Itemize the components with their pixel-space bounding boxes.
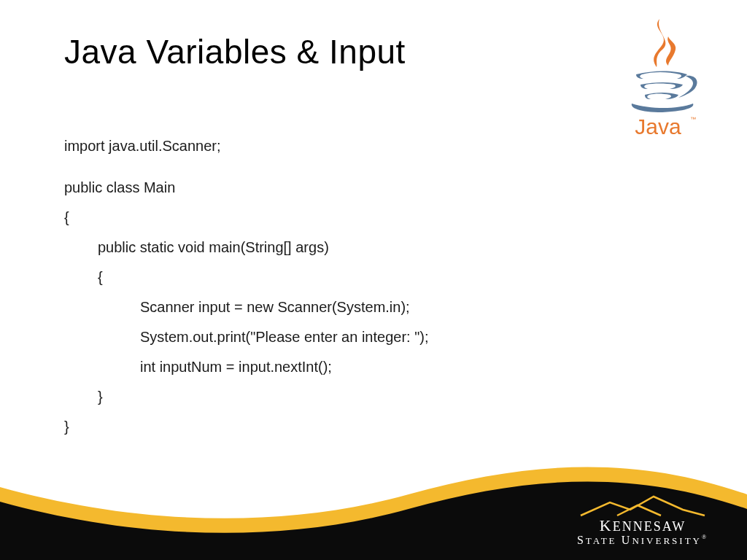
code-line: {: [64, 209, 429, 227]
code-block: import java.util.Scanner; public class M…: [64, 137, 429, 448]
code-line: public static void main(String[] args): [64, 238, 429, 257]
java-wordmark: Java: [635, 114, 681, 139]
ksu-line1: KENNESAW: [573, 518, 712, 534]
ksu-line2: STATE UNIVERSITY®: [573, 534, 712, 547]
slide-title: Java Variables & Input: [64, 32, 406, 71]
code-line: System.out.print("Please enter an intege…: [64, 328, 429, 346]
slide: Java Variables & Input Java ™ import jav…: [0, 0, 747, 560]
code-line: public class Main: [64, 179, 429, 197]
code-line: import java.util.Scanner;: [64, 137, 429, 155]
ksu-logo-icon: KENNESAW STATE UNIVERSITY®: [573, 492, 712, 547]
code-line: }: [64, 388, 429, 406]
code-line: {: [64, 268, 429, 287]
java-logo-icon: Java ™: [614, 15, 702, 139]
code-line: Scanner input = new Scanner(System.in);: [64, 298, 429, 316]
svg-text:™: ™: [690, 116, 696, 122]
code-line: }: [64, 418, 429, 436]
code-line: int inputNum = input.nextInt();: [64, 358, 429, 376]
